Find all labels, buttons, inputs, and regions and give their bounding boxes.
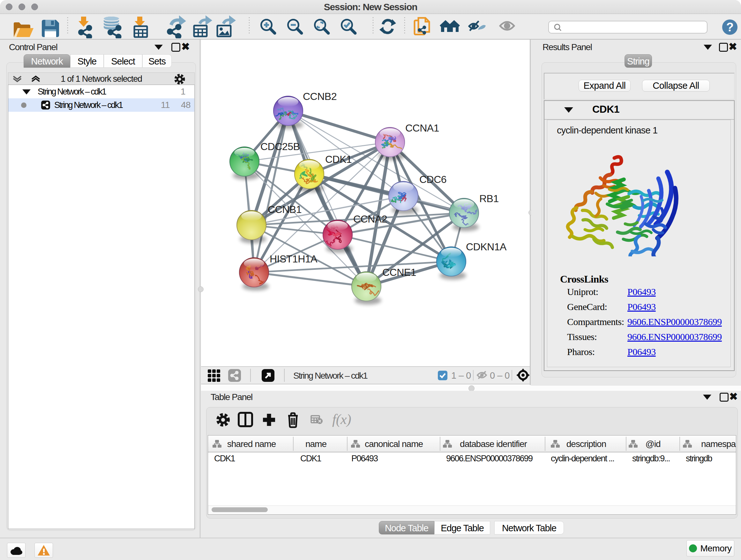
svg-text:CCNA1: CCNA1 [405,122,439,134]
svg-text:CCNA2: CCNA2 [353,213,387,225]
svg-text:@id: @id [645,439,660,449]
svg-text:name: name [306,439,327,449]
svg-text:CDKN1A: CDKN1A [466,241,507,253]
svg-text:shared name: shared name [227,439,276,449]
svg-text:CCNB2: CCNB2 [303,91,337,102]
svg-text:f(x): f(x) [332,412,351,427]
svg-text:1 – 0: 1 – 0 [451,370,471,381]
svg-text:database identifier: database identifier [460,439,527,449]
svg-text:CDC6: CDC6 [419,174,447,185]
svg-text:CDC25B: CDC25B [260,141,300,152]
svg-text:?: ? [726,20,734,34]
svg-text:CCNE1: CCNE1 [382,266,416,278]
svg-text:description: description [566,439,606,449]
svg-text:canonical name: canonical name [365,439,423,449]
svg-text:String Network – cdk1: String Network – cdk1 [293,371,367,381]
svg-text:CDK1: CDK1 [325,153,352,165]
svg-text:0 – 0: 0 – 0 [490,370,510,381]
svg-text:namespac: namespac [701,439,736,449]
svg-text:HIST1H1A: HIST1H1A [270,253,318,265]
svg-text:CCNB1: CCNB1 [268,204,301,215]
svg-text:RB1: RB1 [479,193,499,204]
